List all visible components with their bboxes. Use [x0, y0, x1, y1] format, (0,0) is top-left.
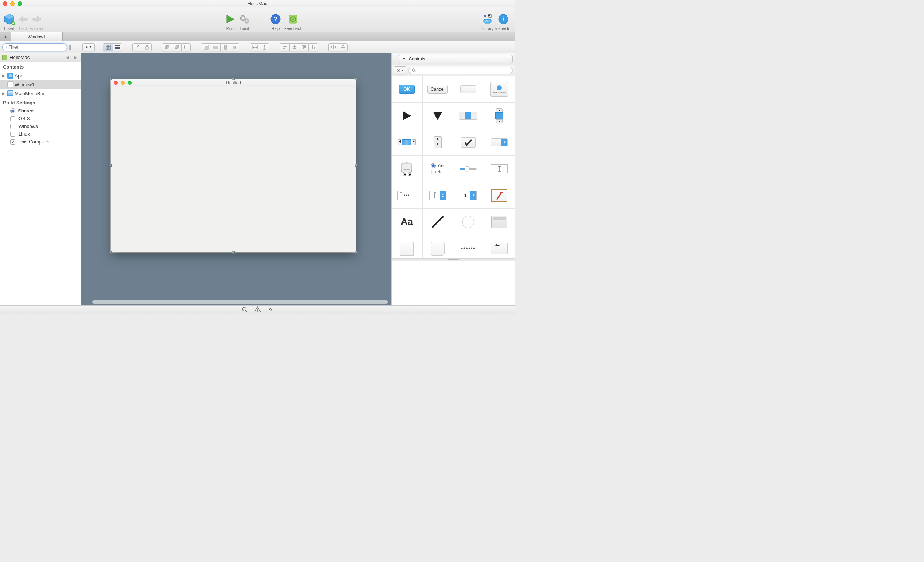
control-ok-button[interactable]: OK — [392, 76, 423, 103]
align-top[interactable] — [299, 43, 309, 51]
library-search[interactable] — [408, 67, 513, 74]
edit-button[interactable] — [132, 43, 142, 51]
order-front[interactable] — [162, 43, 172, 51]
control-bevel-button[interactable]: Icon & Label — [484, 76, 515, 103]
order-back[interactable] — [172, 43, 181, 51]
library-filter-dropdown[interactable]: All Controls ▲▼ — [399, 55, 513, 63]
toolbar-help[interactable]: ? Help — [269, 7, 282, 32]
tree-item-app[interactable]: ▶ App — [0, 71, 81, 80]
editor-tab-window1[interactable]: Window1 — [11, 33, 63, 41]
add-tab-button[interactable]: + — [0, 33, 11, 41]
tree-item-label: Window1 — [15, 82, 34, 87]
control-label-aa[interactable]: Aa — [392, 209, 423, 235]
navigator-filter-input[interactable] — [9, 45, 64, 50]
library-filter-label: All Controls — [403, 57, 425, 61]
svg-rect-15 — [484, 19, 491, 23]
control-updown[interactable]: ▲▼ — [423, 129, 453, 155]
build-osx[interactable]: OS X — [0, 115, 81, 123]
control-slider[interactable] — [453, 155, 484, 182]
resize-handle[interactable] — [109, 164, 112, 167]
library-gear-button[interactable]: ▼ — [394, 66, 406, 75]
control-checkbox[interactable] — [453, 129, 484, 155]
control-rectangle[interactable] — [392, 235, 423, 258]
lock-button[interactable] — [142, 43, 152, 51]
status-feed-icon[interactable] — [267, 306, 273, 314]
fill-parent[interactable] — [201, 43, 211, 51]
project-title[interactable]: HelloMac — [10, 55, 62, 60]
control-line[interactable] — [423, 209, 453, 235]
control-radio-group[interactable]: YesNo — [423, 155, 453, 182]
build-shared[interactable]: Shared — [0, 107, 81, 115]
control-password-field[interactable]: ••• — [392, 182, 423, 209]
canvas-scrollbar[interactable] — [92, 300, 388, 304]
designer-window[interactable]: Untitled — [111, 79, 356, 252]
align-group — [280, 43, 318, 51]
control-combobox[interactable]: 1▼ — [453, 182, 484, 209]
fill-height[interactable] — [220, 43, 230, 51]
control-stepper-vertical[interactable]: ▲▼ — [484, 103, 515, 129]
control-roundrect[interactable] — [423, 235, 453, 258]
control-separator[interactable]: •••••• — [453, 235, 484, 258]
toolbar-back[interactable]: Back — [17, 7, 30, 32]
resize-handle[interactable] — [355, 78, 358, 80]
navigator-filter[interactable] — [2, 43, 67, 51]
tree-item-window1[interactable]: Window1 — [0, 80, 81, 89]
align-bottom[interactable] — [309, 43, 318, 51]
control-disclosure-right[interactable] — [392, 103, 423, 129]
control-label[interactable]: Label — [484, 235, 515, 258]
control-groupbox[interactable] — [484, 209, 515, 235]
status-warning-icon[interactable] — [254, 306, 261, 314]
toolbar-grip[interactable] — [69, 45, 72, 50]
library-grip[interactable] — [394, 57, 396, 61]
tree-item-mainmenubar[interactable]: ▶ MainMenuBar — [0, 89, 81, 98]
toolbar-build[interactable]: Build — [238, 7, 251, 32]
control-generic-button[interactable] — [453, 76, 484, 103]
control-popup-menu[interactable]: ▼ — [484, 129, 515, 155]
resize-handle[interactable] — [109, 78, 112, 80]
fill-width[interactable] — [211, 43, 220, 51]
build-this-computer[interactable]: ✓This Computer — [0, 138, 81, 146]
toolbar-library[interactable]: OK Library — [481, 7, 494, 32]
control-textfield[interactable] — [484, 155, 515, 182]
align-left[interactable] — [280, 43, 289, 51]
control-disclosure-down[interactable] — [423, 103, 453, 129]
control-canvas[interactable] — [484, 182, 515, 209]
distribute-vertical[interactable] — [338, 43, 348, 51]
layout-canvas[interactable]: Untitled — [81, 53, 391, 305]
control-combo-field[interactable]: ▲▼ — [423, 182, 453, 209]
resize-handle[interactable] — [355, 251, 358, 254]
control-scrollbar[interactable]: ◀▶ — [392, 129, 423, 155]
view-mode-list[interactable] — [112, 43, 122, 51]
control-listbox[interactable]: ◀▶ — [392, 155, 423, 182]
toolbar-inspector[interactable]: i Inspector — [495, 7, 512, 32]
view-mode-layout[interactable] — [103, 43, 112, 51]
control-cancel-button[interactable]: Cancel — [423, 76, 453, 103]
build-linux[interactable]: Linux — [0, 130, 81, 138]
control-segmented[interactable] — [453, 103, 484, 129]
toolbar-run[interactable]: Run — [224, 7, 236, 32]
svg-text:▶: ▶ — [409, 173, 411, 176]
add-item-button[interactable]: +▼ — [82, 43, 95, 51]
disclosure-icon[interactable]: ▶ — [2, 74, 6, 78]
order-ruler[interactable] — [181, 43, 191, 51]
status-search-icon[interactable] — [242, 306, 248, 314]
distribute-horizontal[interactable] — [328, 43, 338, 51]
resize-handle[interactable] — [355, 164, 358, 167]
resize-handle[interactable] — [232, 78, 235, 80]
space-vertical[interactable] — [260, 43, 269, 51]
resize-handle[interactable] — [232, 251, 235, 254]
library-resize-handle[interactable] — [392, 258, 515, 261]
align-center-h[interactable] — [289, 43, 299, 51]
disclosure-icon[interactable]: ▶ — [2, 91, 6, 96]
toolbar-forward[interactable]: Forward — [30, 7, 44, 32]
fill-center[interactable] — [230, 43, 240, 51]
resize-handle[interactable] — [109, 251, 112, 254]
control-oval[interactable] — [453, 209, 484, 235]
space-horizontal[interactable] — [250, 43, 260, 51]
build-windows[interactable]: Windows — [0, 123, 81, 130]
nav-history-back[interactable]: ◀ — [64, 55, 70, 60]
toolbar-insert[interactable]: Insert — [3, 7, 15, 32]
nav-history-forward[interactable]: ▶ — [73, 55, 79, 60]
library-search-input[interactable] — [416, 68, 509, 73]
toolbar-feedback[interactable]: Feedback — [284, 7, 302, 32]
